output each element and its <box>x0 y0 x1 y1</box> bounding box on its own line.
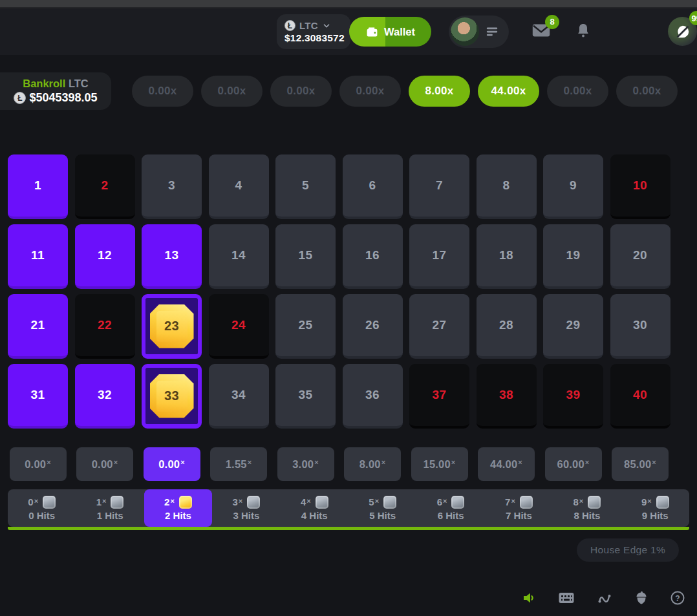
keno-tile-13[interactable]: 13 <box>142 224 202 289</box>
keno-tile-19[interactable]: 19 <box>543 224 603 289</box>
keno-tile-26[interactable]: 26 <box>343 294 403 359</box>
hits-multiplier: 5× <box>369 496 396 509</box>
keno-tile-18[interactable]: 18 <box>477 224 537 289</box>
multiplier-sign: × <box>47 458 51 466</box>
hits-count-label: 5 Hits <box>369 510 396 521</box>
keno-tile-1[interactable]: 1 <box>8 154 68 219</box>
recent-result-pill: 0.00x <box>339 76 401 107</box>
avatar[interactable] <box>451 17 479 46</box>
keno-tile-7[interactable]: 7 <box>409 154 469 219</box>
payout-pill: 85.00× <box>612 447 669 481</box>
keno-tile-20[interactable]: 20 <box>610 224 670 289</box>
hits-multiplier: 9× <box>641 496 669 509</box>
hits-count-label: 9 Hits <box>642 510 669 521</box>
hits-count-label: 8 Hits <box>574 510 600 521</box>
payout-pill: 3.00× <box>277 447 334 481</box>
sound-button[interactable] <box>521 590 537 606</box>
multiplier-sign: × <box>34 497 38 505</box>
hits-count-label: 3 Hits <box>233 510 259 521</box>
hits-count-label: 7 Hits <box>506 510 532 521</box>
hits-mult-value: 2 <box>164 496 169 507</box>
hits-multiplier: 2× <box>164 496 192 509</box>
ltc-coin-icon: Ł <box>284 20 295 31</box>
multiplier-sign: × <box>381 458 386 466</box>
help-button[interactable]: ? <box>670 590 685 606</box>
hits-mult-value: 1 <box>96 496 102 507</box>
bankroll-display: Bankroll LTC Ł $5045398.05 <box>0 72 111 110</box>
user-menu[interactable] <box>449 16 509 48</box>
chat-toggle-button[interactable]: 99 <box>668 17 697 46</box>
keno-tile-29[interactable]: 29 <box>543 294 603 359</box>
hits-cell: 6×6 Hits <box>416 489 484 527</box>
progress-bar <box>8 527 689 530</box>
multiplier-sign: × <box>652 458 656 466</box>
keno-tile-32[interactable]: 32 <box>75 364 135 429</box>
tile-number: 23 <box>164 319 179 334</box>
keno-tile-23[interactable]: 23 <box>142 294 202 359</box>
hits-count-label: 6 Hits <box>438 510 464 521</box>
keno-tile-34[interactable]: 34 <box>209 364 269 429</box>
fairness-button[interactable] <box>634 590 649 606</box>
keno-tile-36[interactable]: 36 <box>343 364 403 429</box>
keno-tile-9[interactable]: 9 <box>543 154 603 219</box>
keno-tile-8[interactable]: 8 <box>477 154 537 219</box>
payout-row: 0.00×0.00×0.00×1.55×3.00×8.00×15.00×44.0… <box>8 447 697 481</box>
keno-tile-12[interactable]: 12 <box>75 224 135 289</box>
recent-result-pill: 0.00x <box>132 76 193 107</box>
keno-tile-33[interactable]: 33 <box>142 364 202 429</box>
payout-pill: 60.00× <box>545 447 602 481</box>
hits-cell: 3×3 Hits <box>212 489 280 527</box>
keno-tile-22[interactable]: 22 <box>75 294 135 359</box>
gray-gem-icon <box>43 496 56 509</box>
keno-tile-5[interactable]: 5 <box>275 154 336 219</box>
multiplier-sign: × <box>248 458 252 466</box>
ltc-coin-icon: Ł <box>14 92 26 104</box>
payout-value: 0.00 <box>158 458 180 471</box>
hits-mult-value: 6 <box>437 496 442 507</box>
hotkeys-button[interactable] <box>558 590 575 606</box>
recent-result-pill: 0.00x <box>547 76 608 107</box>
hits-mult-value: 0 <box>28 496 33 507</box>
recent-result-pill: 44.00x <box>478 76 539 107</box>
keno-tile-31[interactable]: 31 <box>8 364 68 429</box>
keno-tile-10[interactable]: 10 <box>610 154 670 219</box>
keno-tile-3[interactable]: 3 <box>142 154 202 219</box>
keno-tile-25[interactable]: 25 <box>275 294 336 359</box>
keno-tile-40[interactable]: 40 <box>610 364 670 429</box>
keno-tile-17[interactable]: 17 <box>409 224 469 289</box>
keno-tile-35[interactable]: 35 <box>275 364 336 429</box>
keno-tile-6[interactable]: 6 <box>343 154 403 219</box>
keno-tile-4[interactable]: 4 <box>209 154 269 219</box>
keno-tile-38[interactable]: 38 <box>477 364 537 429</box>
live-stats-button[interactable] <box>596 590 613 606</box>
keno-tile-15[interactable]: 15 <box>275 224 336 289</box>
keno-tile-16[interactable]: 16 <box>343 224 403 289</box>
hits-mult-value: 5 <box>369 496 374 507</box>
keno-tile-28[interactable]: 28 <box>477 294 537 359</box>
keno-tile-11[interactable]: 11 <box>8 224 68 289</box>
currency-selector[interactable]: Ł LTC $12.3083572 <box>277 14 350 49</box>
recent-result-pill: 0.00x <box>201 76 263 107</box>
gray-gem-icon <box>247 496 260 509</box>
keno-tile-14[interactable]: 14 <box>209 224 269 289</box>
messages-button[interactable]: 8 <box>531 23 551 38</box>
hits-multiplier: 8× <box>574 496 601 509</box>
hits-count-label: 2 Hits <box>165 510 191 521</box>
wallet-button[interactable]: Wallet <box>349 17 431 47</box>
browser-top-strip <box>0 0 697 8</box>
gray-gem-icon <box>451 496 464 509</box>
keno-tile-2[interactable]: 2 <box>75 154 135 219</box>
keno-tile-30[interactable]: 30 <box>610 294 670 359</box>
keno-tile-37[interactable]: 37 <box>409 364 469 429</box>
sound-icon <box>521 590 537 606</box>
keno-tile-27[interactable]: 27 <box>409 294 469 359</box>
notifications-button[interactable] <box>575 23 591 39</box>
payout-value: 85.00 <box>624 458 651 471</box>
gray-gem-icon <box>520 496 533 509</box>
keno-tile-39[interactable]: 39 <box>543 364 603 429</box>
keno-tile-21[interactable]: 21 <box>8 294 68 359</box>
hits-cell: 1×1 Hits <box>76 489 144 527</box>
hits-multiplier: 6× <box>437 496 465 509</box>
keno-tile-24[interactable]: 24 <box>209 294 269 359</box>
payout-pill: 0.00× <box>10 447 67 481</box>
